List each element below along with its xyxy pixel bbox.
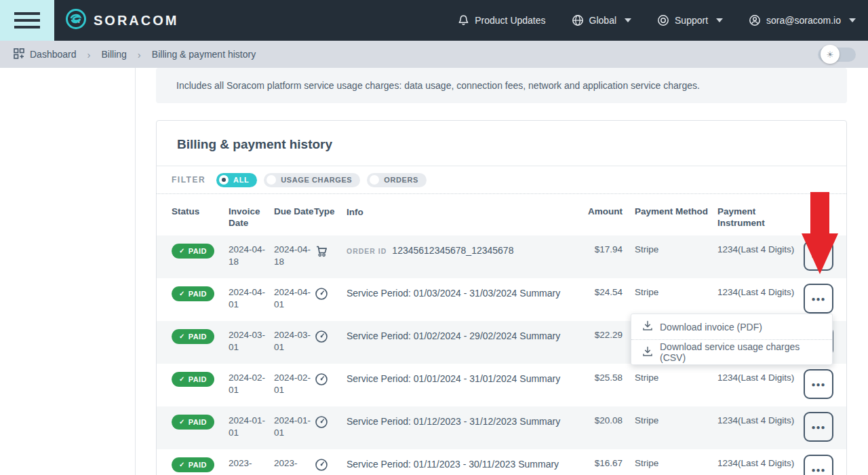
status-badge: ✓PAID — [172, 286, 214, 301]
account-email-label: sora@soracom.io — [766, 15, 841, 26]
due-date: 2024-04-18 — [274, 244, 314, 268]
brand-name: SORACOM — [94, 13, 178, 28]
breadcrumb-bar: Dashboard › Billing › Billing & payment … — [0, 41, 868, 68]
filter-option-all[interactable]: ALL — [216, 173, 257, 187]
chevron-right-icon: › — [87, 49, 91, 60]
download-invoice-pdf-item[interactable]: Download invoice (PDF) — [631, 314, 832, 339]
row-actions-button[interactable]: ●●● — [804, 455, 833, 475]
meter-icon — [314, 286, 347, 301]
product-updates-label: Product Updates — [475, 15, 545, 26]
table-row: ✓PAID 2023- 2023- Service Period: 01/11/… — [157, 449, 846, 475]
bell-icon — [458, 14, 469, 26]
soracom-logo[interactable]: SORACOM — [65, 0, 178, 41]
download-usage-csv-item[interactable]: Download service usage charges (CSV) — [631, 339, 832, 364]
amount: $24.54 — [567, 286, 623, 299]
payment-method: Stripe — [635, 415, 717, 427]
download-icon — [642, 346, 653, 359]
filter-option-orders[interactable]: ORDERS — [367, 173, 427, 187]
filter-row: FILTER ALL USAGE CHARGES ORDERS — [157, 166, 846, 194]
order-id-label: ORDER ID — [347, 247, 387, 255]
payment-instrument: 1234(Last 4 Digits) — [717, 244, 804, 256]
header-payment-method: Payment Method — [635, 206, 717, 217]
check-icon: ✓ — [179, 459, 185, 471]
top-navbar: SORACOM Product Updates Global — [0, 0, 868, 41]
soracom-logo-icon — [65, 8, 87, 33]
radio-selected-icon — [219, 175, 229, 185]
row-actions-menu: Download invoice (PDF) Download service … — [631, 314, 833, 365]
due-date: 2024-01-01 — [274, 415, 314, 439]
meter-icon — [314, 372, 347, 387]
ellipsis-icon: ●●● — [811, 466, 825, 474]
sidebar — [0, 68, 136, 475]
payment-method: Stripe — [635, 372, 717, 384]
support-icon — [657, 14, 669, 26]
invoice-date: 2024-02-01 — [229, 372, 274, 396]
payment-instrument: 1234(Last 4 Digits) — [717, 415, 804, 427]
meter-icon — [314, 329, 347, 344]
invoice-date: 2023- — [229, 457, 274, 470]
info-text: Service Period: 01/03/2024 - 31/03/2024 … — [347, 288, 560, 299]
amount: $17.94 — [567, 244, 623, 256]
payment-method: Stripe — [635, 457, 717, 470]
page-title: Billing & payment history — [157, 121, 846, 166]
header-payment-instrument: Payment Instrument — [717, 206, 804, 229]
payment-instrument: 1234(Last 4 Digits) — [717, 372, 804, 384]
row-actions-button[interactable]: ●●● — [804, 241, 833, 271]
header-status: Status — [172, 206, 229, 217]
account-menu[interactable]: sora@soracom.io — [749, 14, 856, 26]
check-icon: ✓ — [179, 245, 185, 257]
support-menu[interactable]: Support — [657, 14, 723, 26]
due-date: 2024-02-01 — [274, 372, 314, 396]
status-badge: ✓PAID — [172, 457, 214, 472]
breadcrumb-dashboard[interactable]: Dashboard — [30, 49, 77, 60]
ellipsis-icon: ●●● — [811, 423, 825, 431]
ellipsis-icon: ●●● — [811, 381, 825, 388]
table-row: ✓PAID 2024-02-01 2024-02-01 Service Peri… — [157, 364, 846, 406]
support-label: Support — [675, 15, 708, 26]
amount: $25.58 — [567, 372, 623, 384]
table-row: ✓PAID 2024-04-18 2024-04-18 ORDER ID1234… — [157, 235, 846, 278]
radio-unselected-icon — [370, 175, 379, 185]
info-text: Service Period: 01/12/2023 - 31/12/2023 … — [347, 416, 560, 427]
chevron-down-icon — [849, 18, 856, 22]
download-icon — [642, 320, 653, 333]
hamburger-menu-button[interactable] — [0, 0, 54, 41]
row-actions-button[interactable]: ●●● — [804, 412, 833, 442]
radio-unselected-icon — [267, 175, 276, 185]
globe-icon — [572, 14, 584, 26]
status-badge: ✓PAID — [172, 329, 214, 344]
amount: $22.29 — [567, 329, 623, 341]
filter-label: FILTER — [172, 175, 205, 185]
theme-toggle[interactable]: ☀ — [818, 48, 856, 62]
table-header-row: Status Invoice Date Due Date Type Info A… — [157, 194, 846, 235]
due-date: 2024-03-01 — [274, 329, 314, 354]
info-text: Service Period: 01/11/2023 - 30/11/2023 … — [347, 459, 559, 470]
filter-option-usage-charges[interactable]: USAGE CHARGES — [264, 173, 360, 187]
due-date: 2023- — [274, 457, 314, 470]
header-type: Type — [314, 206, 347, 217]
header-invoice-date: Invoice Date — [229, 206, 274, 229]
info-text: Service Period: 01/01/2024 - 31/01/2024 … — [347, 373, 560, 384]
status-badge: ✓PAID — [172, 415, 214, 430]
invoice-date: 2024-01-01 — [229, 415, 274, 439]
check-icon: ✓ — [179, 373, 185, 385]
amount: $20.08 — [567, 415, 623, 427]
meter-icon — [314, 415, 347, 430]
product-updates-button[interactable]: Product Updates — [458, 14, 545, 26]
payment-method: Stripe — [635, 286, 717, 299]
header-due-date: Due Date — [274, 206, 314, 217]
payment-instrument: 1234(Last 4 Digits) — [717, 286, 804, 299]
ellipsis-icon: ●●● — [811, 252, 825, 260]
usage-charges-description-card: Includes all Soracom platform service us… — [156, 68, 847, 103]
user-icon — [749, 14, 761, 26]
global-coverage-menu[interactable]: Global — [572, 14, 631, 26]
check-icon: ✓ — [179, 288, 185, 300]
cart-icon — [314, 244, 347, 259]
breadcrumb-current-page: Billing & payment history — [152, 49, 256, 60]
row-actions-button[interactable]: ●●● — [804, 284, 833, 314]
check-icon: ✓ — [179, 416, 185, 428]
check-icon: ✓ — [179, 330, 185, 343]
invoice-date: 2024-03-01 — [229, 329, 274, 354]
breadcrumb-billing[interactable]: Billing — [102, 49, 127, 60]
row-actions-button[interactable]: ●●● — [804, 369, 833, 399]
